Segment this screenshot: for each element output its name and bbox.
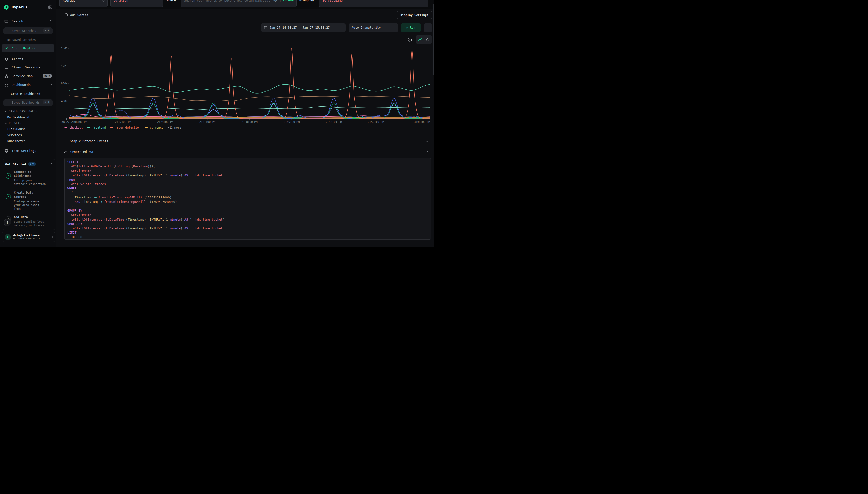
user-email: dale@clickhouse.c…	[13, 237, 43, 240]
legend-more-link[interactable]: +12 more	[168, 126, 181, 129]
presets-list: ClickHouseServicesKubernetes	[7, 126, 25, 144]
y-axis-label: 800M	[56, 82, 67, 85]
x-axis-label: 2:52:00 PM	[326, 120, 342, 124]
arrow-right-icon: →	[50, 222, 52, 226]
field-input[interactable]: Duration	[110, 0, 163, 7]
sidebar-preset-item[interactable]: Kubernetes	[7, 138, 25, 144]
create-dashboard-button[interactable]: + Create Dashboard	[7, 91, 40, 97]
more-options-button[interactable]	[424, 23, 432, 32]
table-icon	[4, 19, 8, 23]
query-bar: Average Duration Where Search your event…	[56, 0, 434, 9]
legend-item[interactable]: frontend	[87, 126, 105, 129]
select-chevrons-icon	[394, 26, 395, 29]
get-started-item[interactable]: ✓Create Data SourcesConfigure where your…	[2, 188, 55, 213]
sidebar-preset-item[interactable]: Services	[7, 132, 25, 138]
saved-dashboards-shortcut: ⌘ K	[43, 100, 51, 104]
sidebar-collapse-icon[interactable]	[48, 5, 53, 10]
sql-lucene-toggle[interactable]: SQL | Lucene	[272, 0, 293, 2]
chart-type-toggle	[416, 35, 432, 44]
y-axis-label: 1.2B	[56, 64, 67, 68]
legend-swatch	[145, 127, 148, 128]
legend-label: frontend	[92, 126, 105, 129]
chevron-up-icon	[50, 83, 52, 86]
get-started-item-title: Add Data	[14, 215, 42, 219]
legend-item[interactable]: checkout	[64, 126, 83, 129]
presets-group-header[interactable]: PRESETS	[5, 121, 21, 124]
sidebar-item-label: Team Settings	[12, 149, 36, 153]
generated-sql-section[interactable]: Generated SQL	[56, 148, 434, 155]
get-started-header[interactable]: Get Started 2/3	[2, 159, 55, 167]
sidebar-item-service-map[interactable]: Service Map BETA	[2, 72, 54, 80]
x-axis-label: Jan 27 2:08:00 PM	[60, 120, 87, 124]
search-placeholder: Search your events w/ Lucene ex: ColumnN…	[184, 0, 270, 2]
add-series-button[interactable]: Add Series	[64, 13, 88, 17]
saved-dashboards-group-header[interactable]: SAVED DASHBOARDS	[5, 110, 37, 113]
sidebar-item-label: Service Map	[12, 74, 33, 78]
sidebar-item-label: Chart Explorer	[12, 46, 38, 50]
time-series-chart[interactable]: 1.6B1.2B800M400M0Jan 27 2:08:00 PM2:17:0…	[69, 49, 430, 119]
play-icon: ▷	[407, 26, 408, 29]
sidebar-item-team-settings[interactable]: Team Settings	[2, 147, 54, 155]
chevron-down-icon	[103, 0, 105, 2]
legend-label: currency	[150, 126, 163, 129]
chevron-right-icon	[51, 236, 53, 238]
clock-icon[interactable]	[408, 37, 412, 42]
run-button[interactable]: ▷Run	[401, 23, 421, 32]
legend-swatch	[87, 127, 90, 128]
sidebar-item-label: Alerts	[12, 57, 23, 61]
gear-icon	[4, 149, 8, 153]
y-axis-label: 400M	[56, 100, 67, 103]
main-content: Average Duration Where Search your event…	[56, 0, 434, 247]
chevron-down-icon	[5, 121, 7, 124]
legend-swatch	[110, 127, 113, 128]
section-title: Generated SQL	[70, 150, 94, 154]
bar-chart-toggle-icon[interactable]	[425, 38, 430, 42]
line-chart-toggle-icon[interactable]	[418, 37, 423, 42]
get-started-item-title: Create Data Sources	[14, 191, 42, 199]
aggregation-select[interactable]: Average	[59, 0, 108, 7]
avatar: D	[5, 234, 11, 240]
help-button[interactable]: ?	[4, 218, 11, 226]
group-by-label: Group By	[300, 0, 314, 2]
user-menu[interactable]: D dale@clickhouse.… dale@clickhouse.c…	[2, 232, 55, 242]
granularity-select[interactable]: Auto Granularity	[349, 23, 398, 32]
series-line-hidden-2	[69, 106, 430, 110]
time-range-picker[interactable]: Jan 27 14:08:27 - Jan 27 15:08:27	[261, 23, 346, 32]
x-axis-label: 2:38:00 PM	[242, 120, 257, 124]
chevron-down-icon	[5, 110, 7, 112]
series-line-hidden-5	[69, 103, 430, 116]
sidebar-item-dashboards[interactable]: Dashboards	[2, 80, 54, 89]
scrollbar-thumb[interactable]	[433, 4, 434, 75]
get-started-title: Get Started	[5, 162, 26, 166]
x-axis-label: 3:08:00 PM	[414, 120, 430, 124]
sidebar-item-alerts[interactable]: Alerts	[2, 55, 54, 63]
hyperdx-logo-icon	[3, 4, 9, 10]
sidebar-item-chart-explorer[interactable]: Chart Explorer	[2, 44, 54, 52]
list-icon	[63, 140, 66, 142]
user-name: dale@clickhouse.…	[13, 234, 43, 237]
get-started-item[interactable]: ✓Connect to ClickHouseSet up your databa…	[2, 167, 55, 188]
series-line-hidden-1	[69, 96, 430, 101]
laptop-icon	[4, 65, 8, 70]
get-started-item-title: Connect to ClickHouse	[14, 170, 42, 178]
legend-item[interactable]: fraud-detection	[110, 126, 140, 129]
sidebar-preset-item[interactable]: ClickHouse	[7, 126, 25, 132]
sample-matched-events-section[interactable]: Sample Matched Events	[56, 134, 434, 148]
sidebar-item-client-sessions[interactable]: Client Sessions	[2, 63, 54, 71]
bell-icon	[4, 57, 8, 61]
legend-item[interactable]: currency	[145, 126, 163, 129]
y-axis-label: 0	[56, 117, 67, 120]
sidebar-saved-dashboard-item[interactable]: My Dashboard	[7, 114, 29, 120]
time-range-value: Jan 27 14:08:27 - Jan 27 15:08:27	[270, 26, 330, 30]
group-by-input[interactable]: ServiceName	[319, 0, 428, 7]
run-controls: Jan 27 14:08:27 - Jan 27 15:08:27 Auto G…	[261, 23, 432, 32]
sidebar-item-search[interactable]: Search	[2, 17, 54, 25]
plus-circle-icon	[64, 13, 68, 17]
sidebar: HyperDX Search ⌘ K No saved searches Cha…	[0, 0, 56, 247]
chevron-up-icon	[50, 20, 52, 22]
display-settings-button[interactable]: Display Settings	[397, 11, 432, 19]
network-icon	[4, 74, 8, 78]
chart-canvas[interactable]	[69, 49, 430, 119]
get-started-item-desc: Configure where your data comes from	[14, 200, 47, 211]
search-query-input[interactable]: Search your events w/ Lucene ex: ColumnN…	[181, 0, 297, 7]
